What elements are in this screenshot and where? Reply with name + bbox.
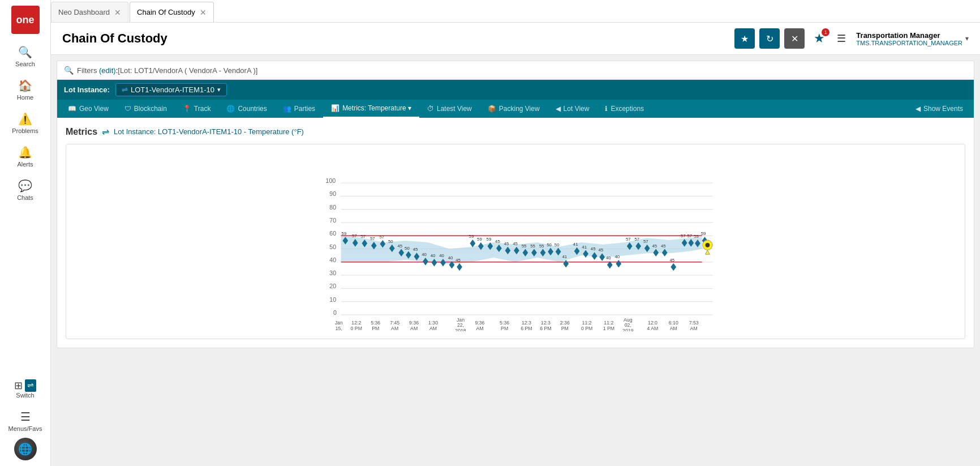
- svg-text:55: 55: [530, 243, 535, 249]
- nav-tab-latest-view[interactable]: ⏱ Latest View: [419, 100, 480, 117]
- nav-tab-lot-view[interactable]: ◀ Lot View: [548, 100, 598, 117]
- nav-tab-exceptions[interactable]: ℹ Exceptions: [597, 100, 652, 117]
- svg-text:12:3: 12:3: [541, 320, 551, 326]
- svg-text:70: 70: [329, 217, 336, 224]
- user-role: TMS.TRANSPORTATION_MANAGER: [856, 40, 962, 46]
- sidebar-item-search[interactable]: 🔍 Search: [0, 40, 50, 73]
- tab-neo-dashboard[interactable]: Neo Dashboard ✕: [51, 2, 128, 22]
- nav-tab-countries[interactable]: 🌐 Countries: [218, 100, 274, 117]
- tab-neo-dashboard-close[interactable]: ✕: [114, 8, 121, 17]
- svg-text:50: 50: [329, 243, 336, 250]
- svg-text:60: 60: [329, 230, 336, 237]
- show-events-button[interactable]: ◀ Show Events: [908, 100, 971, 117]
- svg-text:20: 20: [329, 283, 336, 289]
- svg-text:57: 57: [643, 239, 648, 244]
- svg-text:7:45: 7:45: [390, 320, 399, 326]
- svg-text:40: 40: [329, 256, 336, 263]
- countries-icon: 🌐: [226, 105, 235, 113]
- svg-text:57: 57: [352, 233, 357, 238]
- svg-text:55: 55: [522, 243, 527, 249]
- filter-icon: 🔍: [64, 66, 74, 75]
- svg-text:57: 57: [626, 237, 631, 242]
- svg-text:9:36: 9:36: [475, 320, 484, 326]
- tab-chain-of-custody-close[interactable]: ✕: [200, 8, 207, 17]
- sidebar-item-alerts[interactable]: 🔔 Alerts: [0, 140, 50, 173]
- svg-text:59: 59: [477, 237, 482, 242]
- svg-text:11:2: 11:2: [604, 320, 613, 326]
- user-dropdown-wrapper[interactable]: Transportation Manager TMS.TRANSPORTATIO…: [850, 31, 969, 46]
- nav-tab-geo-view[interactable]: 📖 Geo View: [60, 100, 117, 117]
- sidebar-item-chats[interactable]: 💬 Chats: [0, 173, 50, 207]
- svg-text:41: 41: [573, 242, 578, 247]
- svg-marker-75: [563, 260, 569, 268]
- app-logo: one: [11, 6, 40, 34]
- svg-text:0: 0: [333, 309, 337, 316]
- sidebar-item-switch[interactable]: ⊞ ⇌ Switch: [0, 374, 50, 404]
- svg-text:45: 45: [652, 243, 657, 249]
- user-name: Transportation Manager: [856, 31, 962, 40]
- sidebar-item-problems[interactable]: ⚠️ Problems: [0, 106, 50, 140]
- refresh-button[interactable]: ↻: [759, 28, 780, 49]
- svg-text:2:36: 2:36: [560, 320, 570, 326]
- svg-text:57: 57: [370, 236, 375, 241]
- svg-text:12:2: 12:2: [351, 320, 361, 326]
- temperature-chart: 0 10 20 30 40 50 60 70 80 90 100: [72, 150, 959, 331]
- search-icon: 🔍: [18, 45, 32, 59]
- svg-text:AM: AM: [690, 326, 698, 331]
- close-button[interactable]: ✕: [784, 28, 805, 49]
- svg-marker-150: [706, 250, 710, 254]
- svg-text:AM: AM: [429, 326, 437, 331]
- svg-text:10: 10: [329, 296, 336, 303]
- exceptions-icon: ℹ: [605, 105, 608, 113]
- svg-text:45: 45: [413, 247, 418, 252]
- lot-value-dropdown[interactable]: ⇌ LOT1-VendorA-ITEM1-10 ▾: [115, 83, 227, 96]
- metrics-title: Metrics: [66, 127, 97, 137]
- tab-bar: Neo Dashboard ✕ Chain Of Custody ✕: [51, 0, 980, 23]
- chevron-left-icon: ◀: [915, 105, 921, 113]
- nav-tab-parties[interactable]: 👥 Parties: [275, 100, 323, 117]
- svg-text:Jan: Jan: [335, 320, 343, 326]
- content-area: 🔍 Filters (edit): [Lot: LOT1/VendorA ( V…: [51, 55, 980, 466]
- svg-text:50: 50: [388, 239, 393, 244]
- sidebar-label-switch: Switch: [16, 392, 34, 399]
- svg-text:57: 57: [681, 233, 686, 238]
- svg-text:6 PM: 6 PM: [521, 326, 532, 331]
- nav-tab-packing-view[interactable]: 📦 Packing View: [480, 100, 548, 117]
- main-content: Neo Dashboard ✕ Chain Of Custody ✕ Chain…: [51, 0, 980, 466]
- star-button[interactable]: ★: [734, 28, 755, 49]
- lot-view-icon: ◀: [556, 105, 561, 113]
- svg-text:0 PM: 0 PM: [581, 326, 592, 331]
- svg-text:41: 41: [582, 245, 587, 250]
- sidebar-item-home[interactable]: 🏠 Home: [0, 73, 50, 106]
- page-title: Chain Of Custody: [62, 31, 734, 46]
- metrics-section: Metrics ⇌ Lot Instance: LOT1-VendorA-ITE…: [57, 118, 974, 348]
- lot-bar: Lot Instance: ⇌ LOT1-VendorA-ITEM1-10 ▾: [57, 80, 974, 100]
- nav-tab-track[interactable]: 📍 Track: [175, 100, 219, 117]
- nav-tab-metrics[interactable]: 📊 Metrics: Temperature ▾: [323, 100, 419, 118]
- svg-text:40: 40: [422, 252, 427, 257]
- tab-chain-of-custody[interactable]: Chain Of Custody ✕: [130, 2, 214, 22]
- sidebar-item-menus[interactable]: ☰ Menus/Favs: [0, 404, 50, 438]
- lot-label: Lot Instance:: [64, 85, 110, 94]
- notification-badge: 1: [822, 28, 829, 36]
- sidebar-label-search: Search: [15, 61, 35, 67]
- nav-tab-blockchain[interactable]: 🛡 Blockchain: [117, 100, 175, 117]
- svg-text:Aug: Aug: [624, 317, 633, 323]
- metrics-icon: 📊: [331, 104, 339, 112]
- notification-button[interactable]: ★ 1: [809, 28, 829, 49]
- svg-text:1:30: 1:30: [428, 320, 438, 326]
- user-info: Transportation Manager TMS.TRANSPORTATIO…: [856, 31, 962, 46]
- hamburger-icon[interactable]: ☰: [837, 32, 846, 45]
- geo-view-icon: 📖: [68, 105, 76, 113]
- svg-marker-51: [457, 263, 462, 271]
- svg-text:80: 80: [329, 204, 336, 211]
- user-dropdown-arrow: ▾: [965, 35, 969, 42]
- page-header: Chain Of Custody ★ ↻ ✕ ★ 1 ☰ Transportat…: [51, 23, 980, 55]
- svg-text:45: 45: [504, 241, 509, 246]
- svg-text:2019: 2019: [622, 328, 634, 331]
- filter-edit[interactable]: (edit): [99, 66, 116, 75]
- globe-button[interactable]: 🌐: [14, 438, 37, 460]
- svg-text:5:36: 5:36: [500, 320, 509, 326]
- svg-marker-53: [470, 240, 476, 247]
- svg-text:59: 59: [701, 231, 706, 236]
